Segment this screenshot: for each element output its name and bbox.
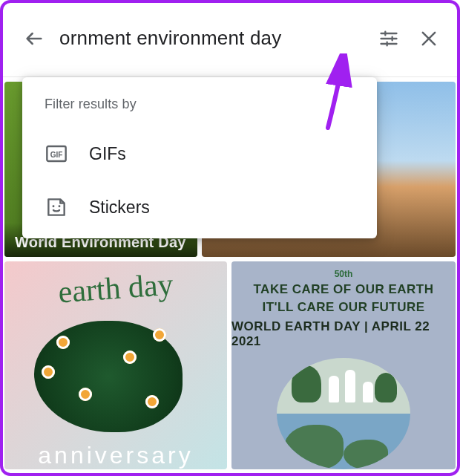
filter-panel-title: Filter results by xyxy=(22,91,377,127)
tune-icon xyxy=(378,28,399,49)
search-input[interactable] xyxy=(59,27,364,50)
gif-icon: GIF xyxy=(45,142,68,166)
filter-option-gifs[interactable]: GIF GIFs xyxy=(22,127,377,180)
svg-point-2 xyxy=(53,205,55,207)
filter-option-label: GIFs xyxy=(89,144,126,164)
thumbnail-title: earth day xyxy=(4,263,227,314)
sticker-icon xyxy=(45,195,68,219)
search-bar xyxy=(0,0,460,77)
result-thumbnail[interactable]: earth day anniversary xyxy=(4,261,227,469)
thumbnail-line2: IT'LL CARE OUR FUTURE xyxy=(262,300,424,315)
filter-tune-button[interactable] xyxy=(374,24,404,53)
close-button[interactable] xyxy=(414,24,444,53)
svg-point-3 xyxy=(59,205,61,207)
thumbnail-tag: 50th xyxy=(335,269,353,279)
filter-option-label: Stickers xyxy=(89,198,150,218)
filter-dropdown: Filter results by GIF GIFs Sticke xyxy=(22,77,377,238)
back-button[interactable] xyxy=(19,24,49,53)
thumbnail-bottom-text: anniversary xyxy=(4,442,227,469)
filter-option-stickers[interactable]: Stickers xyxy=(22,180,377,234)
svg-text:GIF: GIF xyxy=(50,151,63,159)
result-thumbnail[interactable]: 50th TAKE CARE OF OUR EARTH IT'LL CARE O… xyxy=(231,261,456,469)
close-icon xyxy=(418,28,439,49)
thumbnail-line1: TAKE CARE OF OUR EARTH xyxy=(253,282,433,297)
thumbnail-line3: WORLD EARTH DAY | APRIL 22 2021 xyxy=(231,319,456,349)
arrow-left-icon xyxy=(24,28,45,49)
